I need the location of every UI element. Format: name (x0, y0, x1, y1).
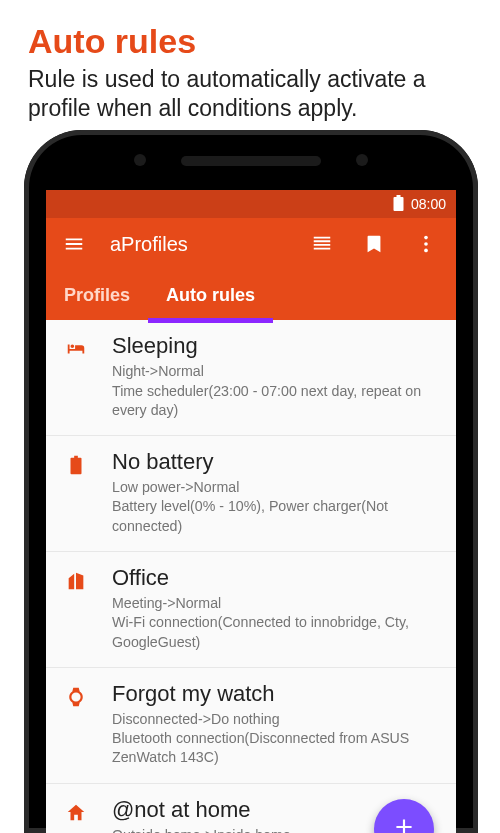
battery-low-icon (62, 449, 90, 476)
tab-auto-rules[interactable]: Auto rules (148, 285, 273, 320)
rule-title: No battery (112, 449, 440, 475)
rule-profile-flow: Low power->Normal (112, 478, 440, 497)
promo-subtitle: Rule is used to automatically activate a… (0, 65, 500, 134)
bookmark-icon[interactable] (360, 230, 388, 258)
watch-icon (62, 681, 90, 708)
rule-title: Sleeping (112, 333, 440, 359)
status-time: 08:00 (411, 196, 446, 212)
building-icon (62, 565, 90, 592)
rule-item-no-battery[interactable]: No battery Low power->Normal Battery lev… (46, 436, 456, 552)
rule-conditions: Battery level(0% - 10%), Power charger(N… (112, 497, 440, 535)
rule-conditions: Time scheduler(23:00 - 07:00 next day, r… (112, 382, 440, 420)
rule-profile-flow: Night->Normal (112, 362, 440, 381)
plus-icon (391, 814, 417, 833)
hamburger-menu-icon[interactable] (60, 230, 88, 258)
screen: 08:00 aProfiles Profiles (46, 190, 456, 833)
rule-conditions: Wi-Fi connection(Connected to innobridge… (112, 613, 440, 651)
svg-point-1 (424, 242, 428, 246)
tab-indicator (148, 318, 273, 323)
rule-item-sleeping[interactable]: Sleeping Night->Normal Time scheduler(23… (46, 320, 456, 436)
svg-point-0 (424, 236, 428, 240)
rules-list: Sleeping Night->Normal Time scheduler(23… (46, 320, 456, 833)
overflow-menu-icon[interactable] (412, 230, 440, 258)
rule-title: Forgot my watch (112, 681, 440, 707)
rule-item-office[interactable]: Office Meeting->Normal Wi-Fi connection(… (46, 552, 456, 668)
rule-item-forgot-watch[interactable]: Forgot my watch Disconnected->Do nothing… (46, 668, 456, 784)
bed-icon (62, 333, 90, 360)
home-icon (62, 797, 90, 824)
promo-title: Auto rules (0, 0, 500, 65)
rule-profile-flow: Meeting->Normal (112, 594, 440, 613)
device-frame: 08:00 aProfiles Profiles (24, 130, 478, 833)
app-title: aProfiles (110, 233, 286, 256)
svg-point-2 (424, 249, 428, 253)
tab-bar: Profiles Auto rules (46, 270, 456, 320)
battery-icon (393, 195, 404, 214)
rule-profile-flow: Disconnected->Do nothing (112, 710, 440, 729)
status-bar: 08:00 (46, 190, 456, 218)
rule-conditions: Bluetooth connection(Disconnected from A… (112, 729, 440, 767)
app-bar: aProfiles (46, 218, 456, 270)
tab-label: Auto rules (166, 285, 255, 305)
device-sensor (134, 154, 146, 166)
tab-profiles[interactable]: Profiles (46, 285, 148, 320)
device-sensor (356, 154, 368, 166)
device-speaker (181, 156, 321, 166)
rule-title: Office (112, 565, 440, 591)
list-icon[interactable] (308, 230, 336, 258)
